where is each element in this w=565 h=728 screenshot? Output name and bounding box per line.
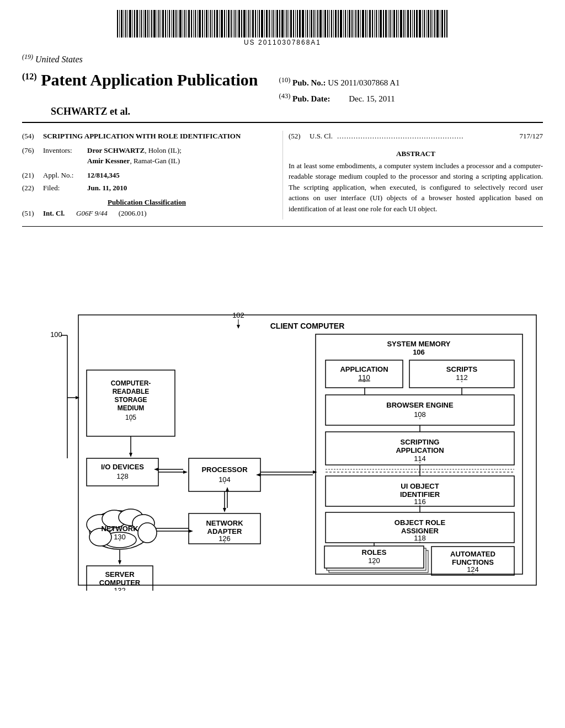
svg-rect-35 xyxy=(193,10,194,38)
pub-class-header: Publication Classification xyxy=(22,198,271,207)
scripting-app-num: 114 xyxy=(414,454,426,463)
title-block: (19) United States (12) Patent Applicati… xyxy=(0,49,565,117)
svg-rect-126 xyxy=(396,10,397,38)
pub-date-label: Pub. Date: xyxy=(292,94,330,103)
svg-rect-12 xyxy=(143,10,143,38)
svg-rect-84 xyxy=(302,10,304,38)
roles-label: ROLES xyxy=(362,548,387,556)
svg-rect-142 xyxy=(433,10,433,38)
svg-rect-74 xyxy=(279,10,280,38)
network-label: NETWORK xyxy=(101,524,138,533)
svg-rect-24 xyxy=(169,10,170,38)
svg-rect-80 xyxy=(293,10,294,38)
svg-rect-96 xyxy=(329,10,330,38)
svg-rect-107 xyxy=(354,10,354,38)
svg-rect-26 xyxy=(173,10,174,38)
svg-rect-117 xyxy=(376,10,377,38)
svg-rect-50 xyxy=(226,10,227,38)
svg-rect-46 xyxy=(216,10,218,38)
svg-rect-143 xyxy=(434,10,435,38)
pub-date-value: Dec. 15, 2011 xyxy=(349,94,395,103)
svg-rect-65 xyxy=(259,10,260,38)
svg-rect-2 xyxy=(121,10,122,38)
svg-rect-69 xyxy=(269,10,270,38)
svg-rect-48 xyxy=(221,10,223,38)
svg-rect-79 xyxy=(290,10,292,38)
svg-rect-1 xyxy=(119,10,120,38)
svg-rect-21 xyxy=(162,10,164,38)
svg-rect-113 xyxy=(367,10,368,38)
svg-rect-30 xyxy=(183,10,183,38)
svg-rect-115 xyxy=(372,10,373,38)
svg-rect-18 xyxy=(157,10,157,38)
svg-rect-40 xyxy=(204,10,205,38)
storage-label4: MEDIUM xyxy=(118,404,145,412)
svg-rect-42 xyxy=(209,10,209,38)
svg-rect-34 xyxy=(191,10,192,38)
server-computer-num: 132 xyxy=(114,586,126,591)
svg-rect-85 xyxy=(305,10,306,38)
svg-rect-106 xyxy=(351,10,353,38)
svg-rect-92 xyxy=(319,10,322,38)
ui-object-id-label: UI OBJECT xyxy=(401,482,439,490)
pub-no-label: Pub. No.: xyxy=(292,78,326,87)
us-cl-num: (52) xyxy=(289,131,310,142)
svg-rect-9 xyxy=(136,10,138,38)
svg-rect-124 xyxy=(392,10,392,38)
svg-marker-155 xyxy=(237,325,240,329)
svg-rect-28 xyxy=(178,10,178,38)
client-computer-label: CLIENT COMPUTER xyxy=(270,322,345,330)
svg-rect-71 xyxy=(273,10,274,38)
svg-rect-15 xyxy=(150,10,150,38)
svg-rect-153 xyxy=(78,315,536,585)
meta-left-col: (54) SCRIPTING APPLICATION WITH ROLE IDE… xyxy=(22,131,282,220)
publication-type: (12) Patent Application Publication xyxy=(22,71,258,89)
main-divider xyxy=(22,122,543,123)
svg-rect-95 xyxy=(327,10,328,38)
svg-rect-60 xyxy=(248,10,249,38)
svg-rect-44 xyxy=(212,10,213,38)
country-name: United States xyxy=(35,55,83,64)
svg-rect-57 xyxy=(241,10,242,38)
svg-rect-132 xyxy=(410,10,411,38)
svg-rect-109 xyxy=(358,10,359,38)
object-role-label: OBJECT ROLE xyxy=(395,518,446,527)
scripts-label: SCRIPTS xyxy=(446,365,478,373)
svg-rect-14 xyxy=(147,10,148,38)
svg-rect-16 xyxy=(151,10,152,38)
filed-label: Filed: xyxy=(43,183,87,194)
country-sup: (19) xyxy=(22,53,33,61)
us-cl-value: 717/127 xyxy=(519,131,543,142)
application-label: APPLICATION xyxy=(340,365,388,373)
svg-rect-6 xyxy=(129,10,131,38)
filed-row: (22) Filed: Jun. 11, 2010 xyxy=(22,183,271,194)
svg-rect-147 xyxy=(444,10,445,38)
meta-right-col: (52) U.S. Cl. ..........................… xyxy=(282,131,543,220)
svg-rect-47 xyxy=(219,10,220,38)
svg-rect-52 xyxy=(231,10,232,38)
svg-marker-184 xyxy=(183,470,188,474)
filed-num: (22) xyxy=(22,183,43,194)
diagram-divider xyxy=(22,226,543,227)
intcl-label: Int. Cl. xyxy=(43,209,76,218)
svg-rect-129 xyxy=(403,10,404,38)
title-meta-value: SCRIPTING APPLICATION WITH ROLE IDENTIFI… xyxy=(43,131,271,142)
filed-value: Jun. 11, 2010 xyxy=(87,183,271,194)
appl-num: (21) xyxy=(22,170,43,181)
system-memory-label: SYSTEM MEMORY xyxy=(387,340,450,348)
svg-rect-64 xyxy=(257,10,258,38)
network-adapter-label: NETWORK xyxy=(206,519,243,527)
svg-rect-7 xyxy=(132,10,133,38)
svg-rect-104 xyxy=(347,10,348,38)
appl-no-row: (21) Appl. No.: 12/814,345 xyxy=(22,170,271,181)
inventors-line: SCHWARTZ et al. xyxy=(22,106,543,117)
pub-date-sup: (43) xyxy=(279,92,291,100)
svg-rect-137 xyxy=(422,10,423,38)
svg-rect-38 xyxy=(199,10,201,38)
svg-rect-134 xyxy=(414,10,415,38)
svg-rect-56 xyxy=(238,10,240,38)
svg-rect-125 xyxy=(393,10,395,38)
svg-rect-100 xyxy=(338,10,339,38)
svg-rect-11 xyxy=(141,10,142,38)
intcl-year: (2006.01) xyxy=(119,209,147,218)
